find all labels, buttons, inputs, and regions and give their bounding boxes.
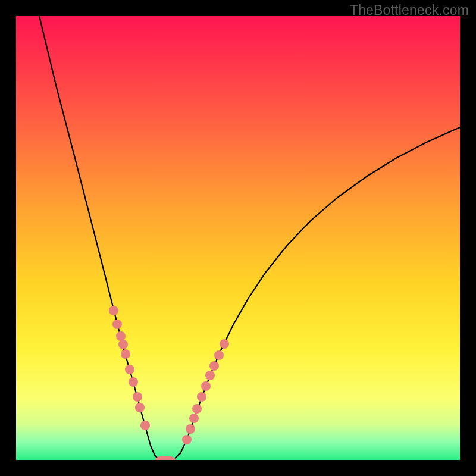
data-dot	[189, 414, 199, 423]
data-dot	[133, 392, 142, 402]
data-dot	[214, 350, 224, 360]
data-dot	[125, 365, 134, 374]
data-dot	[109, 306, 118, 315]
data-dot	[201, 381, 211, 391]
data-dot	[209, 361, 219, 371]
minimum-marker	[155, 456, 176, 460]
data-dot	[118, 340, 128, 349]
data-dot	[192, 404, 202, 414]
main-curve	[39, 16, 460, 460]
chart-plot-area	[16, 16, 460, 460]
watermark-text: TheBottleneck.com	[350, 2, 469, 18]
data-dot	[205, 371, 215, 380]
data-dot	[182, 435, 192, 444]
data-dot	[135, 403, 145, 412]
data-dot	[197, 392, 206, 402]
data-dot	[121, 349, 130, 359]
data-dot	[129, 377, 138, 387]
bottleneck-curve-svg	[16, 16, 460, 460]
data-dot	[140, 421, 150, 430]
data-dot	[112, 320, 122, 329]
data-dot	[186, 424, 195, 434]
data-dot	[116, 331, 126, 341]
data-dot	[220, 339, 229, 349]
data-dots-group	[109, 306, 229, 444]
